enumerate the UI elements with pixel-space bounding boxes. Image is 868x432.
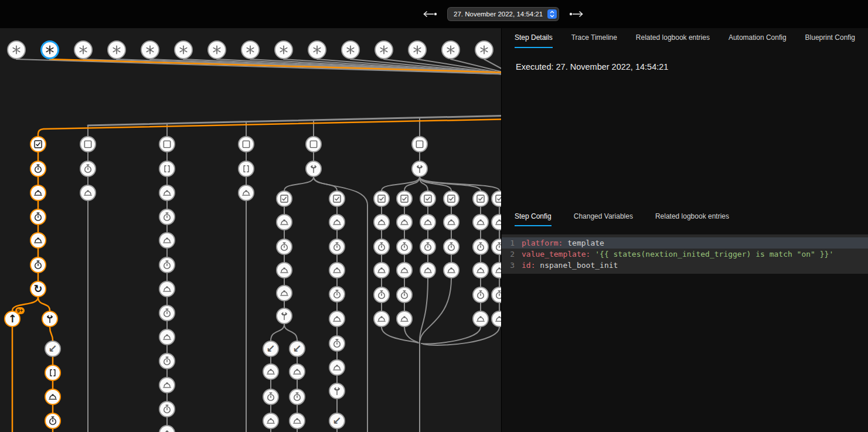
service-node[interactable] [396, 214, 413, 230]
brackets-node[interactable] [159, 161, 175, 177]
timer-node[interactable] [289, 389, 305, 405]
trigger-node[interactable] [475, 40, 493, 59]
trigger-node[interactable] [241, 40, 260, 59]
timer-node[interactable] [159, 305, 175, 321]
service-node[interactable] [159, 377, 175, 393]
next-run-button[interactable] [567, 8, 587, 21]
condition-node[interactable] [373, 191, 390, 207]
timer-node[interactable] [30, 257, 46, 273]
service-node[interactable] [443, 214, 459, 230]
previous-run-button[interactable] [420, 8, 440, 21]
service-node[interactable] [373, 214, 390, 230]
tab-step-details[interactable]: Step Details [515, 28, 553, 48]
service-node[interactable] [159, 329, 175, 345]
timer-node[interactable] [159, 257, 175, 273]
decision-node[interactable] [305, 161, 322, 177]
timer-node[interactable] [30, 209, 46, 225]
service-node[interactable] [373, 311, 390, 327]
arrow-dl-node[interactable]: ↙ [329, 413, 345, 429]
condition-node[interactable] [472, 191, 489, 207]
service-node[interactable] [472, 262, 489, 278]
timer-node[interactable] [396, 239, 413, 255]
service-node[interactable] [289, 413, 305, 429]
tab-automation-config[interactable]: Automation Config [729, 28, 787, 48]
tab-related-logbook-entries[interactable]: Related logbook entries [655, 208, 729, 226]
condition-node[interactable] [30, 136, 46, 152]
decision-node[interactable] [276, 308, 292, 324]
square-node[interactable] [305, 136, 322, 152]
timer-node[interactable] [373, 287, 390, 303]
service-node[interactable] [80, 185, 96, 201]
decision-node[interactable] [42, 311, 58, 327]
decision-node[interactable] [411, 161, 428, 177]
service-node[interactable] [263, 413, 279, 429]
run-selector[interactable]: 27. November 2022, 14:54:21 [448, 8, 559, 21]
service-node[interactable] [159, 185, 175, 201]
trigger-node[interactable] [207, 40, 226, 59]
service-node[interactable] [263, 363, 279, 380]
trigger-node[interactable] [441, 40, 460, 59]
square-node[interactable] [159, 136, 175, 152]
timer-node[interactable] [45, 413, 61, 429]
timer-node[interactable] [373, 239, 390, 255]
service-node[interactable] [420, 214, 436, 230]
square-node[interactable] [238, 136, 254, 152]
timer-node[interactable] [263, 389, 279, 405]
timer-node[interactable] [329, 239, 345, 255]
tab-related-logbook-entries[interactable]: Related logbook entries [636, 28, 710, 48]
timer-node[interactable] [159, 209, 175, 225]
service-node[interactable] [396, 311, 413, 327]
condition-node[interactable] [443, 191, 459, 207]
arrow-dl-node[interactable]: ↙ [263, 341, 279, 357]
trigger-node[interactable] [308, 40, 326, 59]
timer-node[interactable] [159, 401, 175, 417]
trigger-node[interactable] [40, 40, 59, 59]
trigger-node[interactable] [341, 40, 360, 59]
timer-node[interactable] [329, 335, 345, 352]
timer-node[interactable] [80, 161, 96, 177]
trigger-node[interactable] [408, 40, 427, 59]
service-node[interactable] [420, 262, 436, 278]
timer-node[interactable] [329, 286, 345, 302]
service-node[interactable] [30, 185, 46, 201]
service-node[interactable] [276, 285, 292, 301]
tab-trace-timeline[interactable]: Trace Timeline [571, 28, 617, 48]
service-node[interactable] [472, 311, 489, 327]
timer-node[interactable] [276, 239, 292, 255]
arrow-dl-node[interactable]: ↙ [45, 341, 61, 357]
brackets-node[interactable] [45, 365, 61, 381]
decision-node[interactable] [329, 383, 345, 399]
repeat-node[interactable]: ↻ [30, 281, 46, 297]
condition-node[interactable] [329, 191, 345, 207]
service-node[interactable] [472, 214, 489, 230]
service-node[interactable] [159, 232, 175, 249]
trigger-node[interactable] [375, 40, 393, 59]
service-node[interactable] [329, 214, 345, 230]
square-node[interactable] [80, 136, 96, 152]
trigger-node[interactable] [107, 40, 126, 59]
tab-blueprint-config[interactable]: Blueprint Config [805, 28, 855, 48]
trigger-node[interactable] [7, 40, 26, 59]
trigger-node[interactable] [274, 40, 293, 59]
tab-changed-variables[interactable]: Changed Variables [574, 208, 633, 226]
step-config-code[interactable]: 1platform: template2value_template: '{{ … [502, 234, 868, 274]
service-node[interactable] [289, 363, 305, 380]
service-node[interactable] [329, 359, 345, 376]
condition-node[interactable] [276, 191, 292, 207]
service-node[interactable] [396, 262, 413, 278]
trigger-node[interactable] [174, 40, 193, 59]
service-node[interactable] [329, 311, 345, 327]
square-node[interactable] [411, 136, 428, 152]
service-node[interactable] [276, 214, 292, 230]
timer-node[interactable] [443, 239, 459, 255]
service-node[interactable] [276, 262, 292, 278]
tab-step-config[interactable]: Step Config [515, 208, 552, 226]
timer-node[interactable] [159, 353, 175, 369]
condition-node[interactable] [420, 191, 436, 207]
service-node[interactable] [159, 281, 175, 297]
service-node[interactable] [373, 262, 390, 278]
arrow-up-node[interactable]: ↑9+ [4, 311, 21, 327]
service-node[interactable] [443, 262, 459, 278]
service-node[interactable] [329, 262, 345, 278]
brackets-node[interactable] [238, 161, 254, 177]
